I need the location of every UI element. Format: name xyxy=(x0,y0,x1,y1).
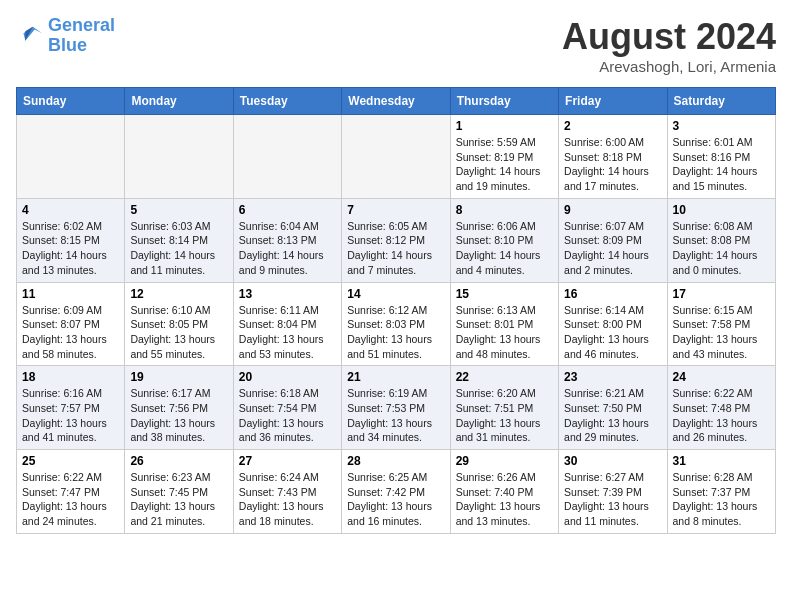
calendar-cell: 4Sunrise: 6:02 AM Sunset: 8:15 PM Daylig… xyxy=(17,198,125,282)
calendar-cell: 17Sunrise: 6:15 AM Sunset: 7:58 PM Dayli… xyxy=(667,282,775,366)
calendar-week-row: 1Sunrise: 5:59 AM Sunset: 8:19 PM Daylig… xyxy=(17,115,776,199)
calendar-cell xyxy=(233,115,341,199)
header-wednesday: Wednesday xyxy=(342,88,450,115)
cell-content: Sunrise: 6:18 AM Sunset: 7:54 PM Dayligh… xyxy=(239,386,336,445)
calendar-cell: 15Sunrise: 6:13 AM Sunset: 8:01 PM Dayli… xyxy=(450,282,558,366)
cell-content: Sunrise: 6:23 AM Sunset: 7:45 PM Dayligh… xyxy=(130,470,227,529)
calendar-week-row: 4Sunrise: 6:02 AM Sunset: 8:15 PM Daylig… xyxy=(17,198,776,282)
calendar-cell: 11Sunrise: 6:09 AM Sunset: 8:07 PM Dayli… xyxy=(17,282,125,366)
day-number: 28 xyxy=(347,454,444,468)
calendar-cell: 2Sunrise: 6:00 AM Sunset: 8:18 PM Daylig… xyxy=(559,115,667,199)
cell-content: Sunrise: 6:09 AM Sunset: 8:07 PM Dayligh… xyxy=(22,303,119,362)
day-number: 21 xyxy=(347,370,444,384)
cell-content: Sunrise: 6:15 AM Sunset: 7:58 PM Dayligh… xyxy=(673,303,770,362)
calendar-cell xyxy=(17,115,125,199)
day-number: 12 xyxy=(130,287,227,301)
calendar-cell: 10Sunrise: 6:08 AM Sunset: 8:08 PM Dayli… xyxy=(667,198,775,282)
day-number: 24 xyxy=(673,370,770,384)
day-number: 25 xyxy=(22,454,119,468)
day-number: 22 xyxy=(456,370,553,384)
day-number: 30 xyxy=(564,454,661,468)
cell-content: Sunrise: 6:26 AM Sunset: 7:40 PM Dayligh… xyxy=(456,470,553,529)
calendar-cell xyxy=(125,115,233,199)
cell-content: Sunrise: 6:03 AM Sunset: 8:14 PM Dayligh… xyxy=(130,219,227,278)
title-block: August 2024 Arevashogh, Lori, Armenia xyxy=(562,16,776,75)
calendar-cell: 12Sunrise: 6:10 AM Sunset: 8:05 PM Dayli… xyxy=(125,282,233,366)
day-number: 2 xyxy=(564,119,661,133)
calendar-table: SundayMondayTuesdayWednesdayThursdayFrid… xyxy=(16,87,776,534)
calendar-cell: 31Sunrise: 6:28 AM Sunset: 7:37 PM Dayli… xyxy=(667,450,775,534)
cell-content: Sunrise: 5:59 AM Sunset: 8:19 PM Dayligh… xyxy=(456,135,553,194)
location-subtitle: Arevashogh, Lori, Armenia xyxy=(562,58,776,75)
day-number: 1 xyxy=(456,119,553,133)
calendar-cell: 6Sunrise: 6:04 AM Sunset: 8:13 PM Daylig… xyxy=(233,198,341,282)
day-number: 6 xyxy=(239,203,336,217)
calendar-week-row: 11Sunrise: 6:09 AM Sunset: 8:07 PM Dayli… xyxy=(17,282,776,366)
svg-marker-1 xyxy=(25,26,32,40)
day-number: 16 xyxy=(564,287,661,301)
calendar-cell: 28Sunrise: 6:25 AM Sunset: 7:42 PM Dayli… xyxy=(342,450,450,534)
calendar-cell: 26Sunrise: 6:23 AM Sunset: 7:45 PM Dayli… xyxy=(125,450,233,534)
calendar-cell: 14Sunrise: 6:12 AM Sunset: 8:03 PM Dayli… xyxy=(342,282,450,366)
day-number: 23 xyxy=(564,370,661,384)
calendar-cell: 19Sunrise: 6:17 AM Sunset: 7:56 PM Dayli… xyxy=(125,366,233,450)
logo-text: General Blue xyxy=(48,16,115,56)
day-number: 8 xyxy=(456,203,553,217)
calendar-week-row: 18Sunrise: 6:16 AM Sunset: 7:57 PM Dayli… xyxy=(17,366,776,450)
header-saturday: Saturday xyxy=(667,88,775,115)
calendar-cell: 25Sunrise: 6:22 AM Sunset: 7:47 PM Dayli… xyxy=(17,450,125,534)
day-number: 27 xyxy=(239,454,336,468)
day-number: 15 xyxy=(456,287,553,301)
calendar-cell: 22Sunrise: 6:20 AM Sunset: 7:51 PM Dayli… xyxy=(450,366,558,450)
cell-content: Sunrise: 6:28 AM Sunset: 7:37 PM Dayligh… xyxy=(673,470,770,529)
day-number: 5 xyxy=(130,203,227,217)
cell-content: Sunrise: 6:10 AM Sunset: 8:05 PM Dayligh… xyxy=(130,303,227,362)
cell-content: Sunrise: 6:20 AM Sunset: 7:51 PM Dayligh… xyxy=(456,386,553,445)
calendar-cell: 7Sunrise: 6:05 AM Sunset: 8:12 PM Daylig… xyxy=(342,198,450,282)
cell-content: Sunrise: 6:24 AM Sunset: 7:43 PM Dayligh… xyxy=(239,470,336,529)
calendar-cell: 27Sunrise: 6:24 AM Sunset: 7:43 PM Dayli… xyxy=(233,450,341,534)
cell-content: Sunrise: 6:17 AM Sunset: 7:56 PM Dayligh… xyxy=(130,386,227,445)
day-number: 17 xyxy=(673,287,770,301)
header-tuesday: Tuesday xyxy=(233,88,341,115)
calendar-cell: 13Sunrise: 6:11 AM Sunset: 8:04 PM Dayli… xyxy=(233,282,341,366)
logo-bird-icon xyxy=(16,22,44,50)
day-number: 18 xyxy=(22,370,119,384)
cell-content: Sunrise: 6:27 AM Sunset: 7:39 PM Dayligh… xyxy=(564,470,661,529)
calendar-week-row: 25Sunrise: 6:22 AM Sunset: 7:47 PM Dayli… xyxy=(17,450,776,534)
calendar-cell: 21Sunrise: 6:19 AM Sunset: 7:53 PM Dayli… xyxy=(342,366,450,450)
cell-content: Sunrise: 6:07 AM Sunset: 8:09 PM Dayligh… xyxy=(564,219,661,278)
calendar-cell: 23Sunrise: 6:21 AM Sunset: 7:50 PM Dayli… xyxy=(559,366,667,450)
day-number: 31 xyxy=(673,454,770,468)
calendar-cell: 16Sunrise: 6:14 AM Sunset: 8:00 PM Dayli… xyxy=(559,282,667,366)
cell-content: Sunrise: 6:08 AM Sunset: 8:08 PM Dayligh… xyxy=(673,219,770,278)
cell-content: Sunrise: 6:04 AM Sunset: 8:13 PM Dayligh… xyxy=(239,219,336,278)
calendar-cell: 29Sunrise: 6:26 AM Sunset: 7:40 PM Dayli… xyxy=(450,450,558,534)
calendar-cell xyxy=(342,115,450,199)
cell-content: Sunrise: 6:22 AM Sunset: 7:47 PM Dayligh… xyxy=(22,470,119,529)
cell-content: Sunrise: 6:06 AM Sunset: 8:10 PM Dayligh… xyxy=(456,219,553,278)
header-thursday: Thursday xyxy=(450,88,558,115)
calendar-cell: 5Sunrise: 6:03 AM Sunset: 8:14 PM Daylig… xyxy=(125,198,233,282)
calendar-header-row: SundayMondayTuesdayWednesdayThursdayFrid… xyxy=(17,88,776,115)
calendar-cell: 3Sunrise: 6:01 AM Sunset: 8:16 PM Daylig… xyxy=(667,115,775,199)
cell-content: Sunrise: 6:14 AM Sunset: 8:00 PM Dayligh… xyxy=(564,303,661,362)
cell-content: Sunrise: 6:21 AM Sunset: 7:50 PM Dayligh… xyxy=(564,386,661,445)
day-number: 26 xyxy=(130,454,227,468)
calendar-cell: 20Sunrise: 6:18 AM Sunset: 7:54 PM Dayli… xyxy=(233,366,341,450)
cell-content: Sunrise: 6:01 AM Sunset: 8:16 PM Dayligh… xyxy=(673,135,770,194)
day-number: 19 xyxy=(130,370,227,384)
calendar-cell: 9Sunrise: 6:07 AM Sunset: 8:09 PM Daylig… xyxy=(559,198,667,282)
day-number: 3 xyxy=(673,119,770,133)
day-number: 4 xyxy=(22,203,119,217)
calendar-cell: 8Sunrise: 6:06 AM Sunset: 8:10 PM Daylig… xyxy=(450,198,558,282)
cell-content: Sunrise: 6:19 AM Sunset: 7:53 PM Dayligh… xyxy=(347,386,444,445)
logo: General Blue xyxy=(16,16,115,56)
cell-content: Sunrise: 6:16 AM Sunset: 7:57 PM Dayligh… xyxy=(22,386,119,445)
cell-content: Sunrise: 6:05 AM Sunset: 8:12 PM Dayligh… xyxy=(347,219,444,278)
day-number: 20 xyxy=(239,370,336,384)
cell-content: Sunrise: 6:12 AM Sunset: 8:03 PM Dayligh… xyxy=(347,303,444,362)
header-friday: Friday xyxy=(559,88,667,115)
page-header: General Blue August 2024 Arevashogh, Lor… xyxy=(16,16,776,75)
cell-content: Sunrise: 6:25 AM Sunset: 7:42 PM Dayligh… xyxy=(347,470,444,529)
